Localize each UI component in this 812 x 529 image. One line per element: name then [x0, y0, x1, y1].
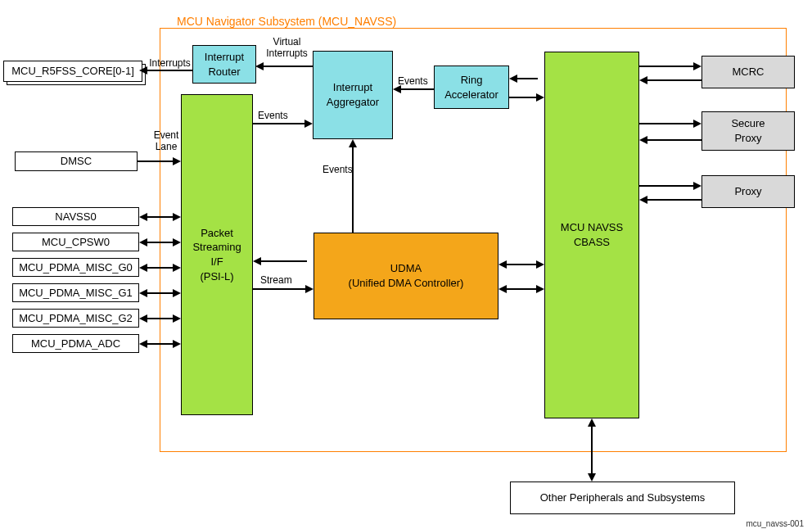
arrowhead: [139, 66, 147, 75]
edge-cbass-ring-1: [516, 78, 538, 79]
edge-ring-to-aggr: [399, 88, 434, 90]
arrowhead: [139, 289, 147, 297]
arrowhead: [498, 260, 507, 269]
edge-pdma2-psil: [146, 318, 174, 319]
edge-cbass-other: [591, 425, 593, 475]
arrowhead: [536, 93, 544, 102]
edge-udma-cbass-2: [505, 288, 538, 290]
block-ring-accelerator: Ring Accelerator: [434, 66, 509, 109]
arrowhead: [498, 285, 507, 293]
edge-pdmaadc-psil: [146, 343, 174, 345]
edge-cbass-mcrc-1: [639, 66, 695, 67]
arrowhead: [253, 257, 261, 265]
edge-psil-udma-top: [259, 260, 307, 262]
edge-cpsw-psil: [146, 242, 174, 243]
arrowhead: [305, 285, 314, 293]
arrowhead: [173, 238, 181, 246]
arrowhead: [693, 182, 701, 190]
block-navss0: NAVSS0: [12, 207, 139, 226]
arrowhead: [139, 314, 147, 323]
edge-aggr-to-router: [262, 66, 313, 67]
edge-pdma1-psil: [146, 292, 174, 294]
label-interrupts1: Interrupts: [147, 57, 192, 69]
edge-cbass-sproxy-2: [646, 139, 701, 141]
label-events3: Events: [398, 75, 428, 87]
arrowhead: [173, 213, 181, 221]
arrowhead: [173, 314, 181, 323]
arrowhead: [139, 238, 147, 246]
block-pdma-g0: MCU_PDMA_MISC_G0: [12, 258, 139, 277]
edge-navss0-psil: [146, 216, 174, 218]
arrowhead: [693, 62, 701, 70]
block-pdma-g1: MCU_PDMA_MISC_G1: [12, 283, 139, 302]
edge-psil-udma-bot: [253, 288, 307, 290]
edge-dmsc-to-psil: [138, 161, 174, 162]
block-udma: UDMA (Unified DMA Controller): [314, 233, 498, 319]
block-proxy: Proxy: [701, 175, 795, 208]
arrowhead: [693, 120, 701, 128]
arrowhead: [173, 289, 181, 297]
arrowhead: [173, 340, 181, 348]
arrowhead: [509, 75, 517, 83]
label-event-lane: Event Lane: [150, 129, 183, 153]
edge-cbass-proxy-1: [639, 185, 695, 187]
block-other-peripherals: Other Peripherals and Subsystems: [510, 482, 735, 514]
arrowhead: [588, 473, 596, 482]
edge-cbass-sproxy-1: [639, 123, 695, 124]
label-virtual-interrupts: Virtual Interrupts: [264, 36, 309, 60]
edge-udma-cbass-1: [505, 264, 538, 265]
edge-intr-to-r5: [146, 70, 192, 71]
block-cbass: MCU NAVSS CBASS: [544, 52, 639, 418]
block-pdma-g2: MCU_PDMA_MISC_G2: [12, 309, 139, 328]
navss-title: MCU Navigator Subsystem (MCU_NAVSS): [177, 15, 396, 28]
label-events1: Events: [258, 110, 288, 121]
edge-psil-to-aggr: [253, 123, 306, 124]
arrowhead: [173, 264, 181, 272]
block-cpsw: MCU_CPSW0: [12, 233, 139, 251]
arrowhead: [639, 136, 647, 144]
arrowhead: [536, 285, 544, 293]
block-secure-proxy: Secure Proxy: [701, 111, 795, 151]
edge-cbass-proxy-2: [646, 199, 701, 201]
edge-cbass-mcrc-2: [646, 79, 701, 81]
arrowhead: [139, 213, 147, 221]
arrowhead: [255, 62, 264, 70]
arrowhead: [304, 120, 313, 128]
arrowhead: [173, 157, 181, 165]
figure-reference: mcu_navss-001: [746, 519, 804, 528]
diagram-canvas: MCU Navigator Subsystem (MCU_NAVSS) MCU_…: [0, 0, 812, 529]
block-r5: MCU_R5FSS_CORE[0-1]: [3, 61, 142, 82]
block-interrupt-aggregator: Interrupt Aggregator: [313, 51, 393, 139]
arrowhead: [536, 260, 544, 269]
arrowhead: [588, 418, 596, 427]
arrowhead: [639, 196, 647, 204]
edge-cbass-ring-2: [509, 97, 538, 98]
arrowhead: [639, 76, 647, 84]
arrowhead: [139, 340, 147, 348]
edge-udma-to-aggr: [352, 146, 354, 233]
block-mcrc: MCRC: [701, 56, 795, 88]
arrowhead: [139, 264, 147, 272]
arrowhead: [349, 139, 357, 147]
block-dmsc: DMSC: [15, 151, 138, 171]
label-stream: Stream: [260, 274, 292, 286]
block-interrupt-router: Interrupt Router: [192, 45, 256, 84]
label-events2: Events: [323, 164, 353, 175]
edge-pdma0-psil: [146, 267, 174, 269]
block-pdma-adc: MCU_PDMA_ADC: [12, 334, 139, 353]
block-psil: Packet Streaming I/F (PSI-L): [181, 94, 253, 415]
